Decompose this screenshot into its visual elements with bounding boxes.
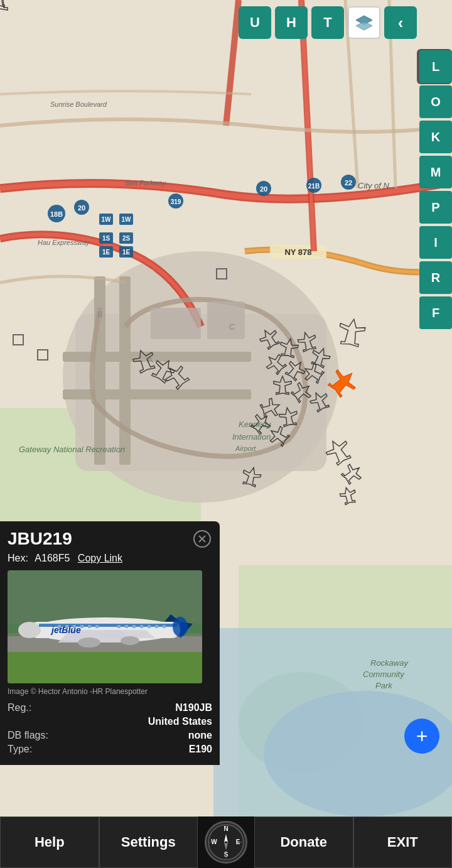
svg-text:City of N...: City of N...	[358, 181, 396, 190]
registration-row: Reg.: N190JB	[8, 702, 212, 713]
hex-label: Hex:	[8, 553, 28, 563]
type-row: Type: E190	[8, 744, 212, 755]
svg-text:1W: 1W	[102, 216, 112, 223]
bottom-navigation: Help Settings N S E W Donate EXIT	[0, 816, 452, 868]
svg-rect-80	[58, 625, 61, 628]
image-credit: Image © Hector Antonio -HR Planespotter	[8, 687, 212, 696]
flight-details: Reg.: N190JB United States DB flags: non…	[8, 702, 212, 755]
filter-u-button[interactable]: U	[239, 6, 271, 39]
svg-text:E: E	[236, 838, 240, 845]
help-button[interactable]: Help	[0, 816, 99, 868]
svg-text:319: 319	[171, 198, 181, 205]
svg-rect-87	[125, 625, 128, 628]
settings-button[interactable]: Settings	[99, 816, 198, 868]
svg-point-75	[121, 636, 139, 645]
svg-text:20: 20	[78, 204, 85, 212]
hex-row: Hex: A168F5 Copy Link	[8, 553, 212, 564]
svg-rect-50	[207, 301, 245, 339]
filter-t-button[interactable]: T	[311, 6, 344, 39]
svg-point-74	[78, 637, 100, 648]
svg-text:A: A	[148, 355, 153, 365]
svg-text:2S: 2S	[122, 235, 131, 242]
svg-rect-88	[132, 625, 136, 628]
svg-text:Kennedy: Kennedy	[239, 420, 272, 429]
svg-text:Hau Expressway: Hau Expressway	[38, 239, 90, 246]
layers-icon	[355, 13, 374, 32]
svg-text:Sunrise Boulevard: Sunrise Boulevard	[50, 100, 107, 108]
right-filter-buttons: L O K M P I R F	[419, 50, 452, 329]
svg-rect-92	[163, 625, 166, 628]
svg-text:Rockaway: Rockaway	[370, 658, 409, 668]
svg-rect-65	[8, 652, 202, 683]
db-flags-label: DB flags:	[8, 730, 48, 741]
copy-link-button[interactable]: Copy Link	[78, 553, 122, 563]
svg-rect-89	[140, 625, 143, 628]
svg-rect-82	[73, 625, 76, 628]
compass: N S E W	[205, 821, 247, 864]
db-flags-value: none	[188, 730, 212, 741]
svg-point-79	[173, 617, 188, 637]
compass-svg: N S E W	[207, 823, 245, 862]
svg-text:C: C	[229, 322, 235, 332]
filter-k-button[interactable]: K	[419, 121, 452, 153]
svg-text:1E: 1E	[122, 249, 131, 256]
type-value: E190	[189, 744, 212, 755]
filter-i-button[interactable]: I	[419, 226, 452, 259]
svg-rect-91	[155, 625, 158, 628]
db-flags-row: DB flags: none	[8, 730, 212, 741]
flight-id: JBU219	[8, 529, 72, 549]
svg-rect-81	[65, 625, 68, 628]
layers-button[interactable]	[348, 6, 380, 39]
svg-point-69	[18, 622, 41, 638]
svg-text:22: 22	[345, 179, 352, 187]
svg-rect-9	[119, 276, 131, 465]
svg-rect-8	[94, 276, 105, 465]
close-panel-button[interactable]	[192, 529, 212, 549]
svg-rect-84	[88, 625, 91, 628]
country-row: United States	[8, 716, 212, 727]
filter-p-button[interactable]: P	[419, 191, 452, 224]
back-button[interactable]: ‹	[384, 6, 417, 39]
svg-text:Community: Community	[363, 670, 405, 679]
svg-text:B: B	[97, 310, 103, 319]
svg-rect-49	[151, 308, 201, 339]
aircraft-photo: jetBlue	[8, 570, 202, 683]
svg-text:Belt Parkway: Belt Parkway	[126, 179, 167, 187]
svg-text:Gateway National Recreation: Gateway National Recreation	[19, 445, 125, 454]
country-value: United States	[148, 716, 212, 727]
filter-l-button[interactable]: L	[419, 50, 452, 83]
type-label: Type:	[8, 744, 32, 755]
hex-value: A168F5	[35, 553, 70, 563]
filter-m-button[interactable]: M	[419, 156, 452, 188]
svg-text:1W: 1W	[122, 216, 132, 223]
add-button[interactable]: +	[404, 719, 439, 754]
svg-text:20: 20	[260, 185, 267, 193]
svg-text:Park: Park	[375, 681, 393, 690]
filter-o-button[interactable]: O	[419, 85, 452, 118]
compass-widget: N S E W	[198, 816, 254, 868]
info-header: JBU219	[8, 529, 212, 549]
close-icon	[193, 529, 212, 548]
reg-value: N190JB	[175, 702, 212, 713]
svg-text:1E: 1E	[102, 249, 110, 256]
filter-r-button[interactable]: R	[419, 261, 452, 294]
svg-marker-58	[356, 21, 372, 30]
svg-text:18B: 18B	[50, 210, 63, 218]
map[interactable]: NY 878 Hau Expressway Belt Parkway Sunri…	[0, 0, 452, 816]
donate-button[interactable]: Donate	[254, 816, 353, 868]
svg-text:Airport: Airport	[235, 445, 256, 452]
exit-button[interactable]: EXIT	[353, 816, 453, 868]
filter-f-button[interactable]: F	[419, 296, 452, 329]
svg-rect-85	[95, 625, 99, 628]
svg-text:1S: 1S	[102, 235, 110, 242]
svg-text:Internation: Internation	[232, 432, 271, 442]
reg-label: Reg.:	[8, 702, 31, 713]
flight-info-panel: JBU219 Hex: A168F5 Copy Link	[0, 521, 220, 765]
filter-h-button[interactable]: H	[275, 6, 308, 39]
aircraft-photo-svg: jetBlue	[8, 570, 202, 683]
top-filter-buttons: U H T ‹	[239, 6, 417, 39]
svg-text:NY 878: NY 878	[284, 247, 311, 257]
svg-rect-83	[80, 625, 83, 628]
svg-text:21B: 21B	[308, 183, 320, 190]
svg-rect-86	[117, 625, 121, 628]
